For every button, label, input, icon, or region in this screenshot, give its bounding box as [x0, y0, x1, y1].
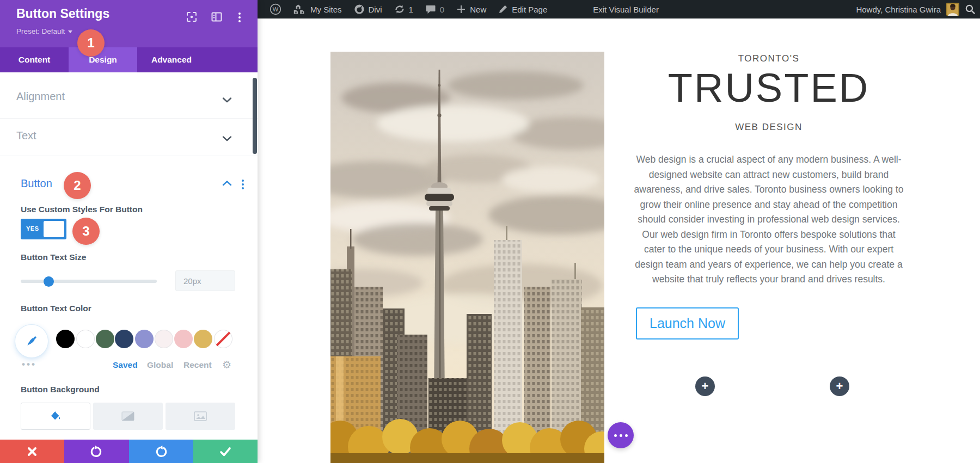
my-sites-label: My Sites	[310, 5, 342, 14]
my-sites-icon	[293, 4, 307, 15]
edit-page-menu[interactable]: Edit Page	[492, 0, 553, 18]
toggle-yes-label: YES	[26, 225, 39, 232]
launch-now-button[interactable]: Launch Now	[636, 307, 739, 339]
image-icon	[194, 411, 207, 421]
button-text-color-label: Button Text Color	[21, 304, 91, 313]
color-swatch[interactable]	[174, 330, 193, 348]
color-swatch[interactable]	[115, 330, 133, 348]
divi-menu[interactable]: Divi	[348, 0, 388, 18]
wordpress-logo-icon: W	[270, 3, 281, 15]
gradient-icon	[121, 411, 134, 421]
page-subtitle: WEB DESIGN	[633, 122, 905, 133]
chevron-down-icon[interactable]	[222, 135, 232, 142]
text-size-slider-handle[interactable]	[44, 276, 54, 287]
chevron-up-icon[interactable]	[222, 180, 232, 187]
admin-bar-left: W My Sites Divi 1 0 New	[258, 0, 665, 18]
undo-button[interactable]	[64, 440, 128, 463]
add-module-button[interactable]: +	[830, 376, 849, 396]
palette-tab-recent[interactable]: Recent	[183, 360, 212, 370]
tab-design[interactable]: Design	[69, 47, 137, 72]
color-swatch[interactable]	[96, 330, 114, 348]
updates-icon	[394, 4, 405, 15]
annotation-step-2: 2	[64, 172, 91, 199]
palette-tab-saved[interactable]: Saved	[113, 360, 138, 370]
avatar-image	[946, 3, 959, 16]
comments-menu[interactable]: 0	[419, 0, 450, 18]
annotation-step-1: 1	[77, 29, 105, 57]
page-preview: TORONTO'S TRUSTED WEB DESIGN Web design …	[258, 18, 980, 463]
chevron-down-icon[interactable]	[222, 97, 232, 103]
accordion-text[interactable]: Text	[16, 129, 36, 142]
background-gradient-tab[interactable]	[93, 403, 163, 430]
accordion-alignment[interactable]: Alignment	[16, 90, 65, 103]
wp-admin-bar: W My Sites Divi 1 0 New	[258, 0, 980, 18]
comments-icon	[425, 4, 436, 15]
add-module-button[interactable]: +	[695, 376, 715, 396]
redo-icon	[155, 445, 168, 458]
color-swatch[interactable]	[155, 330, 173, 348]
my-sites-menu[interactable]: My Sites	[287, 0, 348, 18]
admin-bar-right: Howdy, Christina Gwira	[856, 3, 980, 16]
section-more-options-icon[interactable]	[242, 180, 244, 189]
color-swatch-none[interactable]	[214, 330, 232, 348]
save-button[interactable]	[193, 440, 258, 463]
panel-header: Button Settings Preset: Default	[0, 0, 258, 47]
panel-scrollbar[interactable]	[253, 78, 257, 154]
row-options-button[interactable]	[608, 422, 634, 448]
wordpress-logo-menu[interactable]: W	[264, 0, 287, 18]
color-swatch[interactable]	[135, 330, 154, 348]
howdy-label[interactable]: Howdy, Christina Gwira	[856, 5, 941, 14]
search-icon[interactable]	[965, 4, 976, 15]
panel-layout-icon[interactable]	[210, 10, 223, 23]
divider	[0, 118, 258, 119]
exit-visual-builder-menu[interactable]: Exit Visual Builder	[587, 0, 665, 18]
button-settings-panel: Button Settings Preset: Default Content …	[0, 0, 258, 463]
page-title: TRUSTED	[633, 65, 905, 111]
panel-title: Button Settings	[16, 7, 109, 21]
redo-button[interactable]	[129, 440, 193, 463]
divi-label: Divi	[369, 5, 382, 14]
tab-advanced[interactable]: Advanced	[137, 47, 206, 72]
edit-page-label: Edit Page	[512, 5, 547, 14]
page-paragraph: Web design is a crucial aspect of any mo…	[633, 152, 905, 287]
color-swatch[interactable]	[194, 330, 212, 348]
panel-more-options-icon[interactable]	[238, 13, 241, 22]
settings-tabs: Content Design Advanced	[0, 47, 258, 72]
background-image-tab[interactable]	[166, 403, 235, 430]
avatar[interactable]	[946, 3, 959, 16]
background-color-tab[interactable]	[21, 403, 90, 430]
color-picker-button[interactable]	[15, 325, 48, 357]
color-swatch[interactable]	[56, 330, 75, 348]
panel-action-bar	[0, 440, 258, 463]
palette-tab-global[interactable]: Global	[147, 360, 173, 370]
divider	[0, 156, 258, 156]
toronto-skyline-image	[330, 52, 604, 463]
updates-count: 1	[409, 5, 413, 14]
custom-styles-toggle[interactable]: YES	[21, 219, 66, 239]
pencil-icon	[498, 4, 508, 14]
comments-count: 0	[440, 5, 444, 14]
accordion-button[interactable]: Button	[21, 177, 52, 190]
check-icon	[219, 446, 231, 457]
undo-icon	[90, 445, 103, 458]
page-eyebrow: TORONTO'S	[633, 53, 905, 64]
palette-more-icon[interactable]: •••	[22, 359, 36, 370]
divi-icon	[354, 4, 365, 15]
focus-expand-icon[interactable]	[185, 10, 198, 23]
discard-button[interactable]	[0, 440, 64, 463]
button-background-label: Button Background	[21, 385, 100, 394]
updates-menu[interactable]: 1	[388, 0, 419, 18]
screen: W My Sites Divi 1 0 New	[0, 0, 980, 463]
new-content-menu[interactable]: New	[450, 0, 492, 18]
text-size-slider-track[interactable]	[21, 280, 157, 283]
eyedropper-icon	[24, 334, 39, 348]
svg-text:W: W	[273, 6, 279, 13]
preset-selector[interactable]: Preset: Default	[16, 27, 72, 35]
palette-settings-gear-icon[interactable]: ⚙	[222, 359, 231, 371]
tab-content[interactable]: Content	[0, 47, 69, 72]
button-text-size-label: Button Text Size	[21, 252, 86, 262]
text-size-input[interactable]	[175, 270, 235, 291]
custom-styles-label: Use Custom Styles For Button	[21, 205, 143, 214]
color-swatch[interactable]	[76, 330, 95, 348]
close-icon	[27, 446, 38, 457]
